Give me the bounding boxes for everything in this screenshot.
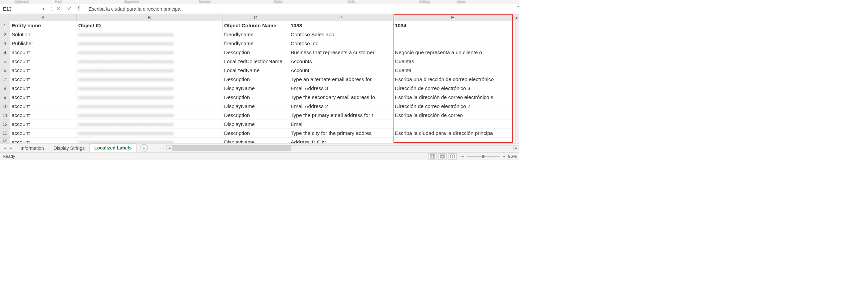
- name-box[interactable]: E13 ▼: [1, 5, 47, 13]
- cell[interactable]: [513, 66, 516, 75]
- scroll-thumb[interactable]: [173, 146, 291, 151]
- cell[interactable]: 1034: [394, 21, 513, 30]
- cell[interactable]: xxxxxxxxxxxxxxxxxxxxxxxxxxxxxxxxxxxxx: [77, 57, 223, 66]
- column-header-b[interactable]: B: [76, 14, 222, 21]
- row-header[interactable]: 2: [0, 30, 10, 39]
- cell[interactable]: Email Address 3: [289, 84, 394, 93]
- cell[interactable]: DisplayName: [223, 138, 289, 143]
- cell[interactable]: Business that represents a customer: [289, 48, 394, 57]
- column-header-e[interactable]: E: [393, 14, 513, 21]
- cell[interactable]: xxxxxxxxxxxxxxxxxxxxxxxxxxxxxxxxxxxxx: [77, 84, 223, 93]
- zoom-value[interactable]: 96%: [508, 154, 517, 159]
- cell[interactable]: [513, 39, 516, 48]
- cell[interactable]: Email: [289, 120, 394, 128]
- cell[interactable]: [513, 102, 516, 111]
- cell[interactable]: account: [10, 48, 77, 57]
- cell[interactable]: xxxxxxxxxxxxxxxxxxxxxxxxxxxxxxxxxxxxx: [77, 102, 223, 111]
- cell[interactable]: xxxxxxxxxxxxxxxxxxxxxxxxxxxxxxxxxxxxx: [77, 93, 223, 102]
- cell[interactable]: Dirección de correo electrónico 2: [394, 102, 513, 111]
- vertical-scrollbar[interactable]: [516, 21, 519, 143]
- column-header-d[interactable]: D: [289, 14, 393, 21]
- cell[interactable]: Negocio que representa a un cliente o: [394, 48, 513, 57]
- cell[interactable]: [394, 138, 513, 143]
- select-all-corner[interactable]: [0, 14, 10, 21]
- cell[interactable]: xxxxxxxxxxxxxxxxxxxxxxxxxxxxxxxxxxxxx: [77, 75, 223, 84]
- cell[interactable]: DisplayName: [223, 102, 289, 111]
- cells-area[interactable]: Entity name Object ID Object Column Name…: [10, 21, 516, 143]
- cell[interactable]: friendlyname: [223, 30, 289, 39]
- cell[interactable]: Object Column Name: [223, 21, 289, 30]
- cell[interactable]: 1033: [289, 21, 394, 30]
- cell[interactable]: account: [10, 93, 77, 102]
- cell[interactable]: Email Address 2: [289, 102, 394, 111]
- cell[interactable]: Contoso Inc: [289, 39, 394, 48]
- cell[interactable]: Escriba la dirección de correo: [394, 111, 513, 120]
- cancel-icon[interactable]: [56, 6, 61, 12]
- cell[interactable]: [513, 111, 516, 120]
- cell[interactable]: Type the city for the primary addres: [289, 129, 394, 138]
- cell[interactable]: account: [10, 75, 77, 84]
- name-box-resize-handle[interactable]: [48, 4, 53, 13]
- cell[interactable]: [513, 30, 516, 39]
- cell[interactable]: friendlyname: [223, 39, 289, 48]
- cell[interactable]: account: [10, 111, 77, 120]
- sheet-tab-localized-labels[interactable]: Localized Labels: [90, 144, 136, 152]
- fx-icon[interactable]: fx: [78, 6, 81, 12]
- cell[interactable]: [394, 120, 513, 128]
- tab-prev-icon[interactable]: ◄: [3, 146, 7, 150]
- cell[interactable]: LocalizedName: [223, 66, 289, 75]
- cell[interactable]: Escriba la ciudad para la dirección prin…: [394, 129, 513, 138]
- cell[interactable]: Publisher: [10, 39, 77, 48]
- cell[interactable]: [513, 21, 516, 30]
- cell[interactable]: Escriba una dirección de correo electrón…: [394, 75, 513, 84]
- enter-icon[interactable]: [67, 6, 71, 12]
- row-header[interactable]: 10: [0, 102, 10, 111]
- cell[interactable]: Dirección de correo electrónico 3: [394, 84, 513, 93]
- cell[interactable]: LocalizedCollectionName: [223, 57, 289, 66]
- cell[interactable]: [513, 57, 516, 66]
- row-header[interactable]: 7: [0, 75, 10, 84]
- row-header[interactable]: 3: [0, 39, 10, 48]
- cell[interactable]: xxxxxxxxxxxxxxxxxxxxxxxxxxxxxxxxxxxxx: [77, 120, 223, 128]
- cell[interactable]: Entity name: [10, 21, 77, 30]
- cell[interactable]: Description: [223, 75, 289, 84]
- cell[interactable]: [513, 120, 516, 128]
- cell[interactable]: Accounts: [289, 57, 394, 66]
- name-box-dropdown-icon[interactable]: ▼: [42, 7, 45, 11]
- formula-bar[interactable]: Escriba la ciudad para la dirección prin…: [85, 5, 514, 13]
- cell[interactable]: xxxxxxxxxxxxxxxxxxxxxxxxxxxxxxxxxxxxx: [77, 39, 223, 48]
- column-header-a[interactable]: A: [10, 14, 76, 21]
- cell[interactable]: Account: [289, 66, 394, 75]
- row-header[interactable]: 14: [0, 138, 10, 143]
- page-layout-view-icon[interactable]: [438, 153, 447, 159]
- page-break-view-icon[interactable]: [448, 153, 457, 159]
- cell[interactable]: [513, 93, 516, 102]
- cell[interactable]: [513, 84, 516, 93]
- cell[interactable]: xxxxxxxxxxxxxxxxxxxxxxxxxxxxxxxxxxxxx: [77, 111, 223, 120]
- scroll-left-icon[interactable]: ◄: [166, 145, 173, 151]
- row-header[interactable]: 12: [0, 120, 10, 129]
- cell[interactable]: account: [10, 129, 77, 138]
- row-header[interactable]: 8: [0, 84, 10, 93]
- cell[interactable]: [513, 75, 516, 84]
- cell[interactable]: Cuentas: [394, 57, 513, 66]
- cell[interactable]: account: [10, 84, 77, 93]
- row-header[interactable]: 1: [0, 21, 10, 30]
- cell[interactable]: DisplayName: [223, 84, 289, 93]
- sheet-tab-information[interactable]: Information: [16, 144, 49, 152]
- cell[interactable]: Description: [223, 111, 289, 120]
- tab-split-handle[interactable]: [158, 148, 166, 148]
- cell[interactable]: xxxxxxxxxxxxxxxxxxxxxxxxxxxxxxxxxxxxx: [77, 66, 223, 75]
- cell[interactable]: [513, 48, 516, 57]
- row-header[interactable]: 11: [0, 111, 10, 120]
- cell[interactable]: [394, 30, 513, 39]
- normal-view-icon[interactable]: [428, 153, 437, 159]
- cell[interactable]: account: [10, 120, 77, 128]
- scroll-right-icon[interactable]: ►: [514, 145, 519, 151]
- cell[interactable]: xxxxxxxxxxxxxxxxxxxxxxxxxxxxxxxxxxxxx: [77, 129, 223, 138]
- cell[interactable]: xxxxxxxxxxxxxxxxxxxxxxxxxxxxxxxxxxxxx: [77, 138, 223, 143]
- cell[interactable]: Contoso Sales app: [289, 30, 394, 39]
- row-header[interactable]: 9: [0, 93, 10, 102]
- zoom-in-button[interactable]: +: [503, 154, 505, 159]
- cell[interactable]: account: [10, 138, 77, 143]
